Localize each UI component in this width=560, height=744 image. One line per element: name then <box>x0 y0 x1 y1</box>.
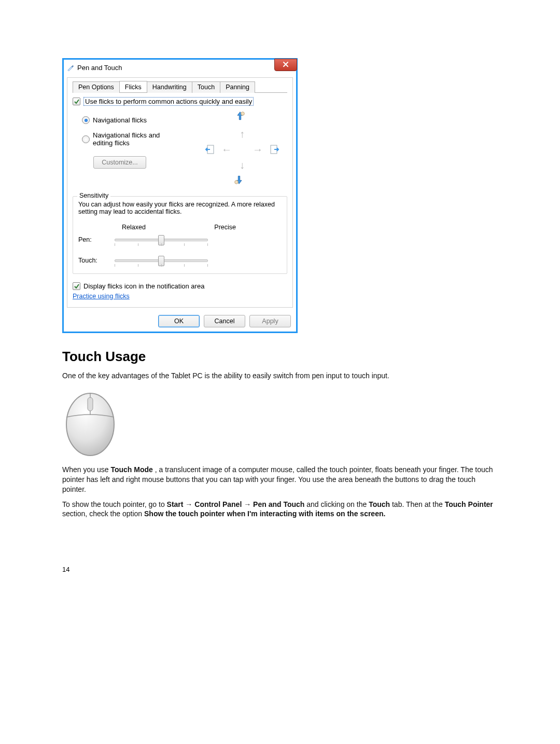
arrow-right-icon: → <box>251 143 264 156</box>
close-icon <box>282 61 289 70</box>
doc-left-icon <box>205 144 215 155</box>
radio-navigational-editing[interactable] <box>82 135 90 143</box>
touch-slider[interactable] <box>115 255 208 266</box>
close-button[interactable] <box>274 59 297 71</box>
sensitivity-desc: You can adjust how easily your flicks ar… <box>78 201 282 215</box>
page-number: 14 <box>62 566 498 573</box>
use-flicks-checkbox[interactable] <box>73 98 80 105</box>
touch-slider-label: Touch: <box>78 257 115 264</box>
arrow-up-icon: ↑ <box>236 128 248 140</box>
doc-right-icon <box>269 144 279 155</box>
display-icon-label: Display flicks icon in the notification … <box>83 282 204 290</box>
cancel-button[interactable]: Cancel <box>204 315 245 327</box>
flick-diagram: ↑ ← → ↓ <box>194 113 287 191</box>
svg-rect-6 <box>88 397 93 411</box>
paragraph-show-pointer: To show the touch pointer, go to Start →… <box>62 500 498 519</box>
radio-navigational-editing-label: Navigational flicks and editing flicks <box>93 131 160 147</box>
arrow-down-icon: ↓ <box>236 159 248 171</box>
tab-flicks[interactable]: Flicks <box>119 81 147 92</box>
paragraph-touch-mode: When you use Touch Mode , a translucent … <box>62 465 498 494</box>
scroll-up-hand-icon <box>235 111 248 125</box>
scroll-down-hand-icon <box>234 174 247 188</box>
sensitivity-title: Sensitivity <box>77 192 110 199</box>
tab-pen-options[interactable]: Pen Options <box>73 81 120 93</box>
tab-strip: Pen Options Flicks Handwriting Touch Pan… <box>73 81 287 93</box>
tab-touch[interactable]: Touch <box>192 81 220 93</box>
display-icon-checkbox[interactable] <box>73 282 80 290</box>
apply-button[interactable]: Apply <box>249 315 291 327</box>
svg-point-0 <box>241 112 245 116</box>
pen-slider-label: Pen: <box>78 236 115 243</box>
tab-panning[interactable]: Panning <box>220 81 255 93</box>
svg-point-3 <box>235 181 239 184</box>
radio-navigational-label: Navigational flicks <box>93 116 147 124</box>
label-relaxed: Relaxed <box>122 224 146 231</box>
ok-button[interactable]: OK <box>158 315 200 327</box>
customize-button[interactable]: Customize... <box>93 156 146 169</box>
sensitivity-group: Sensitivity You can adjust how easily yo… <box>73 196 287 274</box>
pen-and-touch-dialog: Pen and Touch Pen Options Flicks Handwri… <box>62 58 298 333</box>
label-precise: Precise <box>214 224 236 231</box>
dialog-title-bar: Pen and Touch <box>64 60 296 74</box>
practice-link[interactable]: Practice using flicks <box>73 293 130 300</box>
section-heading: Touch Usage <box>62 349 498 365</box>
radio-navigational[interactable] <box>82 116 90 124</box>
use-flicks-label: Use flicks to perform common actions qui… <box>83 97 254 106</box>
arrow-left-icon: ← <box>220 143 233 156</box>
pen-icon <box>67 63 74 72</box>
pen-slider[interactable] <box>115 234 208 245</box>
tab-handwriting[interactable]: Handwriting <box>147 81 192 93</box>
mouse-illustration <box>62 386 118 458</box>
dialog-title: Pen and Touch <box>77 64 122 72</box>
paragraph-intro: One of the key advantages of the Tablet … <box>62 371 498 381</box>
